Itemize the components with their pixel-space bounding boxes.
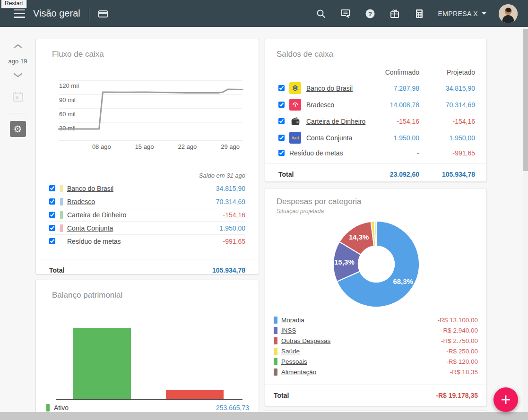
- account-balance: 70.314,69: [216, 198, 245, 206]
- confirmed-value: -: [367, 149, 419, 157]
- account-checkbox[interactable]: [278, 102, 285, 108]
- category-link[interactable]: Saúde: [281, 348, 300, 355]
- gift-icon[interactable]: [389, 8, 401, 20]
- account-checkbox[interactable]: [49, 185, 55, 191]
- plus-icon: [500, 394, 511, 405]
- account-balance: -991,65: [223, 238, 245, 245]
- category-link[interactable]: Pessoais: [281, 358, 307, 365]
- vertical-scrollbar-thumb[interactable]: [523, 29, 528, 171]
- category-link[interactable]: Moradia: [281, 317, 304, 324]
- horizontal-scrollbar-thumb[interactable]: [0, 412, 528, 420]
- balanco-bar-chart: [36, 327, 260, 400]
- card-saldos-de-caixa: Saldos de caixa Confirmado Projetado Ban…: [265, 39, 487, 182]
- account-checkbox[interactable]: [49, 198, 55, 205]
- bar-Ativo: [73, 328, 131, 399]
- period-label: ago 19: [9, 58, 27, 65]
- company-name: EMPRESA X: [438, 10, 478, 17]
- page-title: Visão geral: [33, 8, 80, 19]
- account-link[interactable]: Conta Conjunta: [306, 134, 352, 142]
- help-icon[interactable]: ?: [364, 8, 376, 20]
- caret-down-icon: [482, 12, 486, 15]
- category-value: -R$ 18,35: [450, 369, 478, 376]
- chat-icon[interactable]: [339, 8, 352, 20]
- account-link[interactable]: Bradesco: [67, 198, 95, 206]
- category-link[interactable]: INSS: [281, 327, 296, 334]
- category-row: Outras Despesas -R$ 2.750,00: [274, 335, 478, 346]
- category-color-chip: [274, 337, 277, 344]
- itau-bank-icon: Itaú: [289, 132, 301, 144]
- total-value: -R$ 19.178,35: [436, 392, 478, 399]
- svg-text:?: ?: [368, 10, 372, 17]
- search-icon[interactable]: [315, 8, 327, 20]
- account-checkbox[interactable]: [278, 135, 285, 141]
- projected-value: -154,16: [419, 118, 475, 125]
- account-link[interactable]: Carteira de Dinheiro: [67, 211, 126, 219]
- app-header: Visão geral ? EMPRESA X: [0, 0, 528, 27]
- projected-value: 1.950,00: [419, 134, 475, 142]
- credit-card-icon[interactable]: [97, 8, 109, 20]
- category-color-chip: [274, 327, 277, 334]
- account-checkbox[interactable]: [49, 238, 55, 244]
- category-link[interactable]: Outras Despesas: [281, 337, 330, 344]
- bar-chart-baseline: [56, 399, 242, 400]
- restart-tooltip: Restart: [1, 0, 27, 9]
- header-divider: [89, 7, 89, 21]
- chevron-down-icon[interactable]: [13, 71, 23, 80]
- balance-date-note: Saldo em 31 ago: [49, 168, 245, 182]
- total-label: Total: [274, 392, 289, 399]
- category-link[interactable]: Alimentação: [281, 369, 316, 376]
- saldos-total-row: Total 23.092,60 105.934,78: [265, 163, 486, 178]
- category-color-chip: [274, 358, 277, 365]
- series-color-chip: [60, 224, 63, 232]
- account-link[interactable]: Bradesco: [306, 101, 334, 109]
- account-checkbox[interactable]: [49, 212, 55, 218]
- account-link[interactable]: Banco do Brasil: [306, 85, 353, 92]
- chevron-up-icon[interactable]: [13, 43, 23, 51]
- bradesco-icon: [289, 99, 301, 111]
- total-confirmed: 23.092,60: [367, 171, 419, 178]
- calendar-icon[interactable]: [11, 90, 25, 105]
- fluxo-rows: Banco do Brasil 34.815,90 Bradesco 70.31…: [49, 182, 245, 248]
- category-value: -R$ 250,00: [446, 348, 478, 355]
- despesas-rows: Moradia -R$ 13.100,00 INSS -R$ 2.940,00 …: [265, 315, 486, 377]
- slice-percentage-label: 14,3%: [349, 233, 369, 241]
- despesas-donut-chart: 68,3%15,3%14,3%: [265, 216, 487, 311]
- account-link[interactable]: Banco do Brasil: [67, 185, 113, 192]
- saldos-account-row: Itaú Conta Conjunta 1.950,00 1.950,00: [278, 129, 475, 146]
- fluxo-account-row: Carteira de Dinheiro -154,16: [49, 208, 245, 221]
- account-checkbox[interactable]: [278, 85, 285, 91]
- saldos-header-row: Confirmado Projetado: [278, 69, 475, 76]
- vertical-scrollbar: [523, 27, 528, 412]
- account-checkbox[interactable]: [278, 150, 285, 156]
- category-row: Saúde -R$ 250,00: [274, 346, 478, 356]
- y-axis-label: 90 mil: [59, 96, 76, 103]
- account-link[interactable]: Conta Conjunta: [67, 224, 113, 232]
- category-value: -R$ 2.940,00: [441, 327, 478, 334]
- card-subtitle: Situação projetada: [265, 206, 486, 214]
- gear-icon[interactable]: ⚙: [10, 121, 26, 137]
- category-row: Pessoais -R$ 120,00: [274, 356, 478, 367]
- total-value: 105.934,78: [212, 266, 245, 274]
- card-fluxo-de-caixa: Fluxo de caixa 120 mil90 mil60 mil30 mil…: [35, 39, 259, 274]
- menu-icon[interactable]: [14, 9, 25, 18]
- card-title: Despesas por categoria: [265, 189, 486, 206]
- confirmed-value: 1.950,00: [367, 134, 419, 142]
- confirmed-column-header: Confirmado: [367, 69, 419, 76]
- left-rail: ago 19 ⚙: [0, 27, 35, 420]
- company-selector[interactable]: EMPRESA X: [438, 10, 486, 17]
- fluxo-account-row: Conta Conjunta 1.950,00: [49, 221, 245, 234]
- account-label: Resíduo de metas: [289, 149, 343, 157]
- category-value: -R$ 13.100,00: [437, 317, 478, 324]
- account-link[interactable]: Carteira de Dinheiro: [306, 118, 365, 125]
- fluxo-account-row: Banco do Brasil 34.815,90: [49, 182, 245, 195]
- category-row: INSS -R$ 2.940,00: [274, 325, 478, 335]
- total-projected: 105.934,78: [419, 171, 475, 178]
- despesas-total-row: Total -R$ 19.178,35: [265, 385, 486, 399]
- add-button[interactable]: [493, 387, 518, 412]
- calculator-icon[interactable]: [413, 8, 425, 20]
- account-checkbox[interactable]: [278, 118, 285, 124]
- series-color-chip: [60, 185, 63, 192]
- account-checkbox[interactable]: [49, 225, 55, 231]
- avatar[interactable]: [499, 4, 518, 23]
- series-value: 253.665,73: [216, 404, 249, 411]
